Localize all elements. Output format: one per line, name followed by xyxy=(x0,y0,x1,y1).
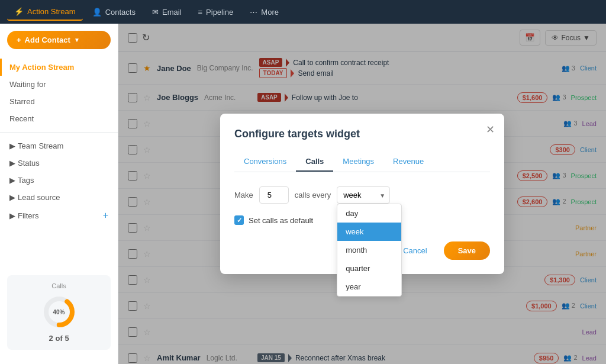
email-icon: ✉ xyxy=(152,8,159,17)
chevron-right-icon: ▶ xyxy=(9,193,15,202)
option-month[interactable]: month xyxy=(337,241,401,259)
calls-every-label: calls every xyxy=(295,191,331,199)
main-content: ↻ 📅 👁 Focus ▼ ★ Jane Doe Big Company Inc… xyxy=(118,24,606,364)
sidebar-section-lead-source[interactable]: ▶ Lead source xyxy=(0,189,118,206)
add-filter-icon[interactable]: + xyxy=(103,210,108,221)
sidebar-item-starred[interactable]: Starred xyxy=(0,93,118,110)
sidebar-section-status[interactable]: ▶ Status xyxy=(0,154,118,172)
calls-widget-area: Calls 40% 2 of 5 xyxy=(0,268,118,357)
period-dropdown[interactable]: week xyxy=(337,186,390,204)
calls-percent-label: 40% xyxy=(53,309,65,315)
tab-meetings[interactable]: Meetings xyxy=(333,152,383,172)
calls-donut-chart: 40% xyxy=(41,294,77,330)
set-default-checkbox[interactable] xyxy=(234,215,244,225)
modal-title: Configure targets widget xyxy=(234,128,490,140)
modal-form: Make calls every week ▼ day week month q… xyxy=(234,186,490,204)
sidebar-section-tags[interactable]: ▶ Tags xyxy=(0,172,118,189)
chevron-down-icon: ▼ xyxy=(74,37,80,43)
tab-conversions[interactable]: Conversions xyxy=(234,152,296,172)
sidebar: + Add Contact ▼ My Action Stream Waiting… xyxy=(0,24,118,364)
option-quarter[interactable]: quarter xyxy=(337,259,401,278)
nav-contacts[interactable]: 👤 Contacts xyxy=(85,4,143,20)
calls-number-input[interactable] xyxy=(259,186,289,204)
nav-more[interactable]: ⋯ More xyxy=(243,4,286,20)
top-navigation: ⚡ Action Stream 👤 Contacts ✉ Email ≡ Pip… xyxy=(0,0,606,24)
make-label: Make xyxy=(234,191,253,199)
main-layout: + Add Contact ▼ My Action Stream Waiting… xyxy=(0,24,606,364)
option-week[interactable]: week xyxy=(337,223,401,241)
calls-widget-label: Calls xyxy=(14,282,104,289)
add-contact-button[interactable]: + Add Contact ▼ xyxy=(7,31,111,49)
chevron-right-icon: ▶ xyxy=(9,159,15,167)
sidebar-section-team-stream[interactable]: ▶ Team Stream xyxy=(0,137,118,154)
plus-icon: + xyxy=(17,36,21,44)
nav-action-stream[interactable]: ⚡ Action Stream xyxy=(7,4,83,21)
modal-overlay[interactable]: Configure targets widget ✕ Conversions C… xyxy=(118,24,606,364)
tab-calls[interactable]: Calls xyxy=(296,152,333,172)
modal-close-button[interactable]: ✕ xyxy=(486,123,495,136)
chevron-right-icon: ▶ xyxy=(9,141,15,150)
sidebar-item-waiting-for[interactable]: Waiting for xyxy=(0,76,118,93)
sidebar-section-filters[interactable]: ▶ Filters + xyxy=(0,206,118,225)
option-year[interactable]: year xyxy=(337,278,401,296)
sidebar-item-recent[interactable]: Recent xyxy=(0,110,118,127)
sidebar-item-my-action-stream[interactable]: My Action Stream xyxy=(0,59,118,76)
more-icon: ⋯ xyxy=(250,8,257,17)
pipeline-icon: ≡ xyxy=(198,8,202,17)
period-dropdown-wrapper: week ▼ day week month quarter year xyxy=(337,186,390,204)
set-default-label: Set calls as default xyxy=(249,216,313,225)
tab-revenue[interactable]: Revenue xyxy=(383,152,433,172)
action-stream-icon: ⚡ xyxy=(14,7,24,16)
contacts-icon: 👤 xyxy=(92,8,102,17)
chevron-right-icon: ▶ xyxy=(9,211,15,220)
save-button[interactable]: Save xyxy=(444,241,490,260)
modal-tabs: Conversions Calls Meetings Revenue xyxy=(234,152,490,172)
nav-email[interactable]: ✉ Email xyxy=(145,4,189,20)
nav-pipeline[interactable]: ≡ Pipeline xyxy=(191,4,240,20)
calls-count: 2 of 5 xyxy=(14,333,104,343)
sidebar-divider-1 xyxy=(0,132,118,133)
calls-widget: Calls 40% 2 of 5 xyxy=(7,275,111,350)
chevron-right-icon: ▶ xyxy=(9,176,15,185)
period-dropdown-list: day week month quarter year xyxy=(337,204,402,297)
option-day[interactable]: day xyxy=(337,204,401,223)
configure-targets-modal: Configure targets widget ✕ Conversions C… xyxy=(220,114,504,274)
